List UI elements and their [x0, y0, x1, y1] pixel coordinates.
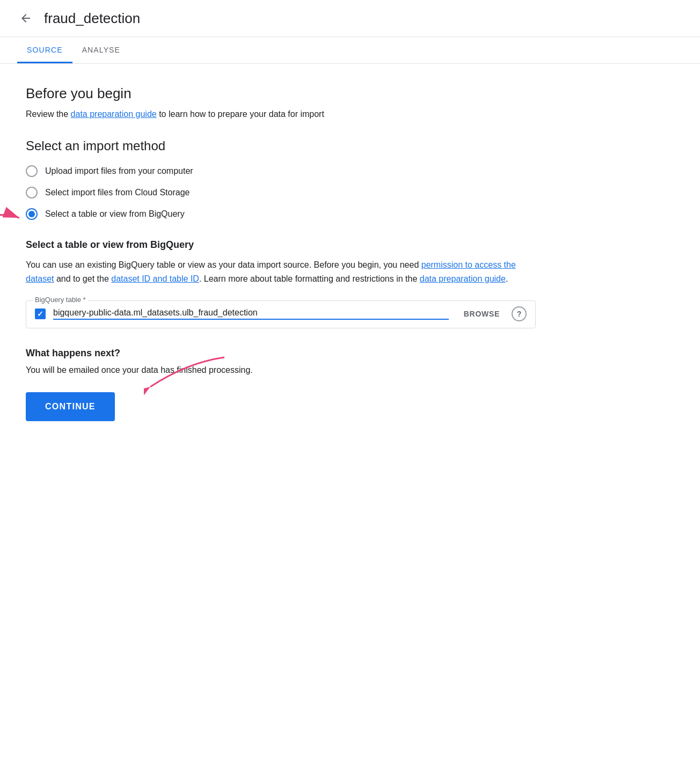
tab-analyse[interactable]: ANALYSE: [72, 37, 130, 63]
what-next-title: What happens next?: [26, 348, 565, 359]
bq-desc-suffix: .: [506, 274, 508, 283]
continue-arrow-annotation: [144, 352, 230, 400]
checkbox-check-icon: ✓: [37, 310, 43, 318]
radio-circle-bigquery: [26, 208, 38, 220]
import-method-title: Select an import method: [26, 138, 565, 153]
radio-circle-upload: [26, 165, 38, 177]
continue-button[interactable]: CONTINUE: [26, 392, 115, 421]
radio-cloud[interactable]: Select import files from Cloud Storage: [26, 187, 565, 199]
data-prep-guide-link2[interactable]: data preparation guide: [420, 274, 506, 283]
bigquery-table-input[interactable]: [53, 308, 449, 320]
what-next-desc: You will be emailed once your data has f…: [26, 365, 565, 375]
before-begin-title: Before you begin: [26, 85, 565, 102]
header: fraud_detection: [0, 0, 700, 37]
bigquery-field-label: BigQuery table *: [33, 296, 88, 304]
main-content: Before you begin Review the data prepara…: [0, 64, 590, 443]
page-title: fraud_detection: [44, 10, 140, 27]
bigquery-checkbox: ✓: [35, 308, 46, 319]
radio-cloud-label: Select import files from Cloud Storage: [45, 188, 189, 197]
bigquery-section-title: Select a table or view from BigQuery: [26, 239, 565, 251]
bigquery-table-field: BigQuery table * ✓ BROWSE ?: [26, 300, 536, 328]
browse-button[interactable]: BROWSE: [460, 307, 504, 320]
tab-source[interactable]: SOURCE: [17, 37, 72, 63]
before-begin-suffix: to learn how to prepare your data for im…: [157, 109, 324, 119]
radio-bigquery-label: Select a table or view from BigQuery: [45, 209, 185, 219]
bq-desc-mid: and to get the: [54, 274, 111, 283]
before-begin-prefix: Review the: [26, 109, 71, 119]
tab-bar: SOURCE ANALYSE: [0, 37, 700, 64]
radio-circle-cloud: [26, 187, 38, 199]
before-begin-desc: Review the data preparation guide to lea…: [26, 109, 565, 119]
bq-desc-prefix: You can use an existing BigQuery table o…: [26, 260, 421, 269]
radio-dot-bigquery: [28, 211, 35, 217]
import-method-options: Upload import files from your computer S…: [26, 165, 565, 220]
data-prep-guide-link[interactable]: data preparation guide: [71, 109, 157, 119]
radio-upload[interactable]: Upload import files from your computer: [26, 165, 565, 177]
radio-arrow-annotation: [0, 203, 26, 235]
bigquery-section: Select a table or view from BigQuery You…: [26, 239, 565, 328]
bigquery-desc: You can use an existing BigQuery table o…: [26, 258, 536, 285]
help-button[interactable]: ?: [512, 306, 527, 321]
radio-upload-label: Upload import files from your computer: [45, 166, 193, 176]
dataset-id-link[interactable]: dataset ID and table ID: [111, 274, 199, 283]
bq-desc-mid2: . Learn more about table formatting and …: [199, 274, 420, 283]
radio-bigquery[interactable]: Select a table or view from BigQuery: [26, 208, 185, 220]
back-button[interactable]: [17, 10, 34, 27]
